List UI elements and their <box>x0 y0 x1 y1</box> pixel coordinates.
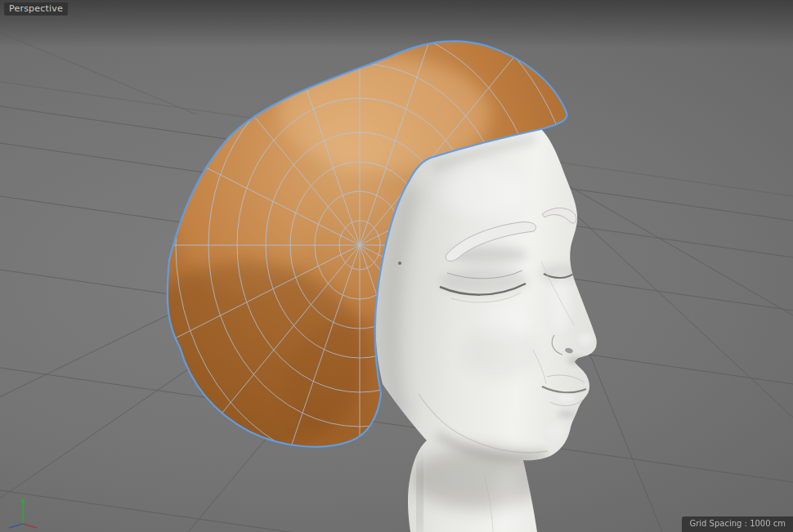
head-model[interactable] <box>375 128 597 532</box>
viewport-3d[interactable]: Perspective <box>0 0 793 532</box>
axis-z-line <box>9 524 23 528</box>
axis-x-line <box>23 524 37 528</box>
viewport-canvas[interactable] <box>0 0 793 532</box>
grid-spacing-status: Grid Spacing : 1000 cm <box>682 516 793 532</box>
mole <box>398 262 401 265</box>
world-axis-gizmo <box>5 494 41 530</box>
axis-y-arrow-icon <box>20 498 25 503</box>
viewport-camera-label: Perspective <box>4 2 68 16</box>
